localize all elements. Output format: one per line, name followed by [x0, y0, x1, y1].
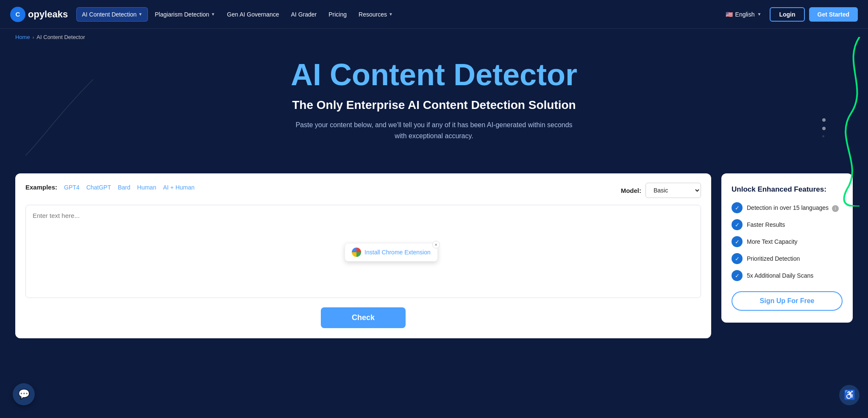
feature-text-languages: Detection in over 15 languages i	[747, 202, 839, 212]
chevron-down-icon: ▼	[211, 12, 215, 17]
nav-item-pricing[interactable]: Pricing	[323, 8, 352, 21]
info-icon[interactable]: i	[832, 205, 839, 212]
breadcrumb: Home › AI Content Detector	[0, 29, 868, 45]
examples-label: Examples:	[25, 184, 57, 191]
feature-text-scans: 5x Additional Daily Scans	[747, 270, 813, 280]
logo-text: Copyleaks	[28, 9, 68, 20]
check-icon: ✓	[732, 236, 743, 247]
check-icon: ✓	[732, 253, 743, 264]
accessibility-icon: ♿	[844, 390, 855, 401]
detector-card: Examples: GPT4 ChatGPT Bard Human AI + H…	[15, 173, 711, 338]
textarea-wrap: Install Chrome Extension ×	[25, 205, 701, 300]
example-chatgpt[interactable]: ChatGPT	[86, 184, 111, 191]
nav-item-gen-ai[interactable]: Gen AI Governance	[222, 8, 284, 21]
chrome-extension-label: Install Chrome Extension	[364, 249, 431, 256]
check-icon: ✓	[732, 219, 743, 230]
feature-item-faster: ✓ Faster Results	[732, 219, 843, 230]
login-button[interactable]: Login	[770, 7, 804, 22]
signup-button[interactable]: Sign Up For Free	[732, 291, 843, 311]
feature-item-prioritized: ✓ Prioritized Detection	[732, 253, 843, 264]
check-icon: ✓	[732, 202, 743, 213]
chat-icon: 💬	[18, 389, 30, 400]
nav-item-plagiarism[interactable]: Plagiarism Detection ▼	[150, 8, 220, 21]
breadcrumb-separator: ›	[33, 35, 34, 40]
logo-icon: C	[10, 7, 25, 22]
check-button[interactable]: Check	[321, 307, 406, 328]
hero-description: Paste your content below, and we'll tell…	[290, 120, 578, 141]
hero-subtitle: The Only Enterprise AI Content Detection…	[17, 98, 851, 112]
features-card: Unlock Enhanced Features: ✓ Detection in…	[721, 173, 853, 323]
accessibility-button[interactable]: ♿	[839, 385, 860, 405]
example-ai-human[interactable]: AI + Human	[163, 184, 195, 191]
breadcrumb-home[interactable]: Home	[15, 34, 30, 40]
nav-item-resources[interactable]: Resources ▼	[353, 8, 398, 21]
nav-right: 🇺🇸 English ▼ Login Get Started	[721, 7, 858, 22]
feature-item-languages: ✓ Detection in over 15 languages i	[732, 202, 843, 213]
example-gpt4[interactable]: GPT4	[64, 184, 80, 191]
model-row: Model: Basic Advanced	[621, 183, 701, 198]
close-icon[interactable]: ×	[432, 241, 440, 248]
chrome-icon	[352, 248, 361, 257]
feature-text-capacity: More Text Capacity	[747, 236, 798, 246]
check-icon: ✓	[732, 270, 743, 281]
logo[interactable]: C Copyleaks	[10, 7, 68, 22]
feature-text-prioritized: Prioritized Detection	[747, 253, 800, 263]
flag-icon: 🇺🇸	[726, 11, 733, 18]
example-bard[interactable]: Bard	[118, 184, 131, 191]
page-title: AI Content Detector	[17, 58, 851, 92]
get-started-button[interactable]: Get Started	[809, 7, 858, 22]
language-label: English	[735, 11, 755, 18]
nav-item-ai-grader[interactable]: AI Grader	[286, 8, 322, 21]
deco-line-left	[25, 79, 93, 164]
feature-item-capacity: ✓ More Text Capacity	[732, 236, 843, 247]
examples-row: Examples: GPT4 ChatGPT Bard Human AI + H…	[25, 184, 195, 191]
language-selector[interactable]: 🇺🇸 English ▼	[721, 8, 766, 20]
chevron-down-icon: ▼	[389, 12, 393, 17]
chat-bubble[interactable]: 💬	[13, 383, 35, 405]
model-select[interactable]: Basic Advanced	[645, 183, 701, 198]
chevron-down-icon: ▼	[138, 12, 142, 17]
nav-item-ai-content[interactable]: AI Content Detection ▼	[76, 7, 148, 22]
features-title: Unlock Enhanced Features:	[732, 185, 843, 194]
example-human[interactable]: Human	[137, 184, 156, 191]
feature-item-scans: ✓ 5x Additional Daily Scans	[732, 270, 843, 281]
feature-text-faster: Faster Results	[747, 219, 785, 229]
hero-section: AI Content Detector The Only Enterprise …	[0, 45, 868, 173]
chevron-down-icon: ▼	[757, 12, 762, 17]
deco-dots	[822, 113, 826, 142]
navbar: C Copyleaks AI Content Detection ▼ Plagi…	[0, 0, 868, 29]
content-row: Examples: GPT4 ChatGPT Bard Human AI + H…	[0, 173, 868, 354]
chrome-extension-popup[interactable]: Install Chrome Extension ×	[345, 243, 438, 262]
model-label: Model:	[621, 187, 641, 194]
nav-items: AI Content Detection ▼ Plagiarism Detect…	[76, 7, 721, 22]
breadcrumb-current: AI Content Detector	[36, 34, 85, 40]
